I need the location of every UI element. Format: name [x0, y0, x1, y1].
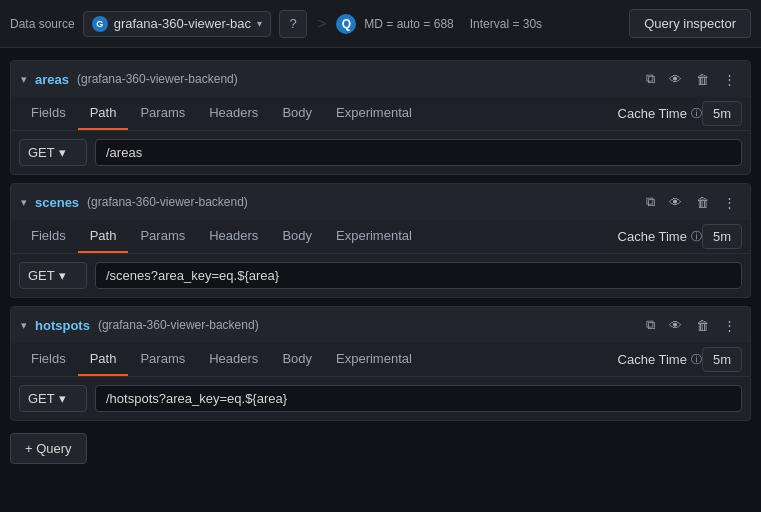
trash-icon-scenes[interactable]: 🗑 [692, 193, 713, 212]
cache-time-label-scenes: Cache Time ⓘ [618, 229, 702, 244]
tab-experimental-scenes[interactable]: Experimental [324, 220, 424, 253]
trash-icon-hotspots[interactable]: 🗑 [692, 316, 713, 335]
datasource-name: grafana-360-viewer-bac [114, 16, 251, 31]
query-datasource-hotspots: (grafana-360-viewer-backend) [98, 318, 634, 332]
tab-path-hotspots[interactable]: Path [78, 343, 129, 376]
tab-params-scenes[interactable]: Params [128, 220, 197, 253]
meta-md: MD = auto = 688 [364, 17, 453, 31]
collapse-icon-scenes: ▾ [21, 196, 27, 209]
copy-icon-hotspots[interactable]: ⧉ [642, 315, 659, 335]
separator: > [317, 15, 326, 33]
cache-time-label-areas: Cache Time ⓘ [618, 106, 702, 121]
dots-icon-areas[interactable]: ⋮ [719, 70, 740, 89]
query-body-areas: GET ▾ [11, 131, 750, 174]
query-name-hotspots: hotspots [35, 318, 90, 333]
tab-fields-scenes[interactable]: Fields [19, 220, 78, 253]
copy-icon-scenes[interactable]: ⧉ [642, 192, 659, 212]
tab-body-hotspots[interactable]: Body [270, 343, 324, 376]
tab-fields-areas[interactable]: Fields [19, 97, 78, 130]
query-header-hotspots[interactable]: ▾ hotspots (grafana-360-viewer-backend) … [11, 307, 750, 343]
method-select-areas[interactable]: GET ▾ [19, 139, 87, 166]
chevron-down-icon: ▾ [257, 18, 262, 29]
cache-time-info-icon-areas: ⓘ [691, 106, 702, 121]
query-name-areas: areas [35, 72, 69, 87]
cache-time-info-icon-hotspots: ⓘ [691, 352, 702, 367]
query-block-scenes: ▾ scenes (grafana-360-viewer-backend) ⧉ … [10, 183, 751, 298]
method-select-hotspots[interactable]: GET ▾ [19, 385, 87, 412]
tab-params-hotspots[interactable]: Params [128, 343, 197, 376]
tab-path-areas[interactable]: Path [78, 97, 129, 130]
eye-icon-scenes[interactable]: 👁 [665, 193, 686, 212]
tab-path-scenes[interactable]: Path [78, 220, 129, 253]
query-header-scenes[interactable]: ▾ scenes (grafana-360-viewer-backend) ⧉ … [11, 184, 750, 220]
query-header-areas[interactable]: ▾ areas (grafana-360-viewer-backend) ⧉ 👁… [11, 61, 750, 97]
help-button[interactable]: ? [279, 10, 307, 38]
query-datasource-areas: (grafana-360-viewer-backend) [77, 72, 634, 86]
eye-icon-areas[interactable]: 👁 [665, 70, 686, 89]
query-block-hotspots: ▾ hotspots (grafana-360-viewer-backend) … [10, 306, 751, 421]
main-content: ▾ areas (grafana-360-viewer-backend) ⧉ 👁… [0, 48, 761, 476]
method-chevron-areas: ▾ [59, 145, 66, 160]
method-select-scenes[interactable]: GET ▾ [19, 262, 87, 289]
dots-icon-scenes[interactable]: ⋮ [719, 193, 740, 212]
query-name-scenes: scenes [35, 195, 79, 210]
tab-headers-areas[interactable]: Headers [197, 97, 270, 130]
collapse-icon-hotspots: ▾ [21, 319, 27, 332]
method-chevron-hotspots: ▾ [59, 391, 66, 406]
query-inspector-button[interactable]: Query inspector [629, 9, 751, 38]
eye-icon-hotspots[interactable]: 👁 [665, 316, 686, 335]
meta-interval: Interval = 30s [470, 17, 542, 31]
tab-experimental-areas[interactable]: Experimental [324, 97, 424, 130]
datasource-icon: G [92, 16, 108, 32]
tab-body-scenes[interactable]: Body [270, 220, 324, 253]
query-tabs-scenes: Fields Path Params Headers Body Experime… [11, 220, 750, 254]
add-query-button[interactable]: + Query [10, 433, 87, 464]
collapse-icon-areas: ▾ [21, 73, 27, 86]
path-input-areas[interactable] [95, 139, 742, 166]
path-input-hotspots[interactable] [95, 385, 742, 412]
topbar-meta: MD = auto = 688 Interval = 30s [364, 17, 542, 31]
tab-headers-scenes[interactable]: Headers [197, 220, 270, 253]
cache-time-value-areas[interactable]: 5m [702, 101, 742, 126]
method-label-scenes: GET [28, 268, 55, 283]
query-tabs-hotspots: Fields Path Params Headers Body Experime… [11, 343, 750, 377]
method-label-areas: GET [28, 145, 55, 160]
dots-icon-hotspots[interactable]: ⋮ [719, 316, 740, 335]
path-input-scenes[interactable] [95, 262, 742, 289]
query-body-scenes: GET ▾ [11, 254, 750, 297]
cache-time-value-scenes[interactable]: 5m [702, 224, 742, 249]
query-actions-hotspots: ⧉ 👁 🗑 ⋮ [642, 315, 740, 335]
q-badge: Q [336, 14, 356, 34]
query-datasource-scenes: (grafana-360-viewer-backend) [87, 195, 634, 209]
tab-experimental-hotspots[interactable]: Experimental [324, 343, 424, 376]
tab-body-areas[interactable]: Body [270, 97, 324, 130]
query-body-hotspots: GET ▾ [11, 377, 750, 420]
datasource-select[interactable]: G grafana-360-viewer-bac ▾ [83, 11, 271, 37]
copy-icon-areas[interactable]: ⧉ [642, 69, 659, 89]
query-block-areas: ▾ areas (grafana-360-viewer-backend) ⧉ 👁… [10, 60, 751, 175]
query-actions-scenes: ⧉ 👁 🗑 ⋮ [642, 192, 740, 212]
cache-time-info-icon-scenes: ⓘ [691, 229, 702, 244]
cache-time-value-hotspots[interactable]: 5m [702, 347, 742, 372]
topbar: Data source G grafana-360-viewer-bac ▾ ?… [0, 0, 761, 48]
tab-fields-hotspots[interactable]: Fields [19, 343, 78, 376]
method-chevron-scenes: ▾ [59, 268, 66, 283]
query-tabs-areas: Fields Path Params Headers Body Experime… [11, 97, 750, 131]
method-label-hotspots: GET [28, 391, 55, 406]
trash-icon-areas[interactable]: 🗑 [692, 70, 713, 89]
query-actions-areas: ⧉ 👁 🗑 ⋮ [642, 69, 740, 89]
tab-headers-hotspots[interactable]: Headers [197, 343, 270, 376]
cache-time-label-hotspots: Cache Time ⓘ [618, 352, 702, 367]
tab-params-areas[interactable]: Params [128, 97, 197, 130]
datasource-label: Data source [10, 17, 75, 31]
